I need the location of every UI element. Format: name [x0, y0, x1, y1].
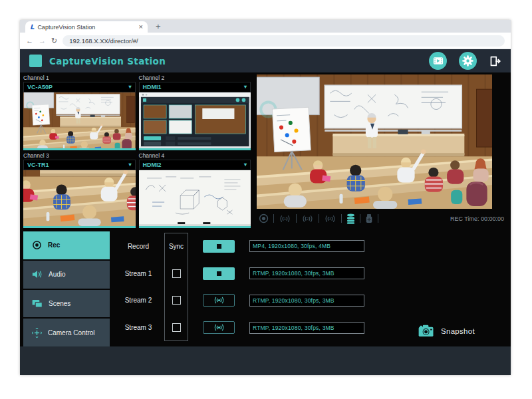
channel-3-source-select[interactable]: VC-TR1 ▾ — [23, 160, 136, 170]
record-row-label: Record — [112, 233, 164, 260]
record-icon — [32, 240, 42, 250]
stream-3-start-button[interactable] — [203, 321, 235, 334]
settings-button[interactable] — [459, 52, 477, 70]
browser-toolbar: ← → ↻ 192.168.X.XX/director/#/ — [20, 33, 511, 49]
sync-column-header: Sync — [164, 233, 188, 260]
new-tab-icon[interactable]: + — [156, 22, 161, 31]
chevron-down-icon: ▾ — [128, 84, 131, 90]
stream-3-settings-field[interactable] — [249, 322, 364, 334]
sidebar-item-rec[interactable]: Rec — [23, 231, 110, 259]
address-bar[interactable]: 192.168.X.XX/director/#/ — [63, 35, 505, 47]
chevron-down-icon: ▾ — [244, 162, 247, 168]
channel-4-active-bar — [139, 226, 251, 228]
channel-3-label: Channel 3 — [23, 152, 136, 160]
film-play-icon — [433, 57, 444, 65]
sidebar-item-label: Camera Control — [48, 329, 95, 336]
channel-1-source-select[interactable]: VC-A50P ▾ — [23, 82, 136, 92]
camera-control-pad-icon — [32, 328, 42, 338]
gear-icon — [462, 55, 473, 66]
channel-1-label: Channel 1 — [23, 74, 136, 82]
url-text: 192.168.X.XX/director/#/ — [69, 37, 138, 45]
sidebar-item-label: Rec — [48, 241, 60, 249]
stream-1-status-icon: 1 — [279, 214, 291, 223]
stream-2-row-label: Stream 2 — [112, 287, 164, 315]
stream-1-sync-checkbox[interactable] — [172, 269, 181, 278]
classroom-program-image — [257, 74, 492, 209]
record-settings-field[interactable] — [249, 240, 364, 252]
divider — [360, 214, 360, 223]
channel-3-source-value: VC-TR1 — [27, 162, 49, 168]
storage-icon — [346, 213, 355, 224]
browser-window: L CaptureVision Station × + ← → ↻ 192.16… — [20, 20, 511, 375]
divider — [378, 214, 378, 223]
program-monitor — [257, 74, 492, 209]
sidebar-item-camera-control[interactable]: Camera Control — [23, 319, 110, 346]
sidebar-item-label: Scenes — [49, 300, 70, 307]
chevron-down-icon: ▾ — [128, 162, 131, 168]
channel-1-source-value: VC-A50P — [27, 84, 53, 90]
app-header: CaptureVision Station — [20, 49, 511, 72]
chevron-down-icon: ▾ — [244, 84, 247, 90]
browser-tab-strip: L CaptureVision Station × + — [20, 20, 511, 33]
svg-text:1: 1 — [284, 216, 287, 221]
app-main: Channel 1 VC-A50P ▾ Channel 2 — [20, 72, 511, 346]
stream-2-status-icon: 2 — [301, 214, 314, 223]
stop-icon — [217, 271, 221, 276]
channel-2-active-bar — [139, 148, 251, 150]
camera-icon — [418, 325, 435, 337]
channel-4-label: Channel 4 — [139, 152, 251, 160]
divider — [273, 214, 274, 223]
stream-1-stop-button[interactable] — [203, 267, 235, 280]
stream-3-sync-checkbox[interactable] — [172, 323, 181, 332]
stream-2-sync-checkbox[interactable] — [172, 296, 181, 305]
scenes-icon — [32, 299, 43, 308]
channel-1-active-bar — [23, 148, 136, 150]
channel-grid: Channel 1 VC-A50P ▾ Channel 2 — [23, 74, 251, 228]
video-manager-button[interactable] — [429, 52, 447, 70]
close-tab-icon[interactable]: × — [139, 23, 143, 31]
broadcast-icon — [213, 296, 225, 305]
stop-icon — [217, 244, 221, 249]
record-stream-settings: Record Sync Stream 1 — [110, 231, 507, 346]
svg-text:3: 3 — [329, 216, 332, 221]
channel-1: Channel 1 VC-A50P ▾ — [23, 74, 136, 150]
usb-drive-icon — [365, 213, 373, 223]
stream-2-settings-field[interactable] — [249, 295, 364, 307]
channel-4-preview[interactable] — [139, 170, 251, 226]
channel-2-source-select[interactable]: HDMI1 ▾ — [139, 82, 251, 92]
channel-3: Channel 3 VC-TR1 ▾ — [23, 152, 136, 228]
exit-door-icon — [489, 55, 501, 67]
stream-1-settings-field[interactable] — [249, 267, 364, 279]
back-icon[interactable]: ← — [26, 37, 33, 45]
app-logo — [29, 55, 42, 67]
channel-4: Channel 4 HDMI2 ▾ — [139, 152, 251, 228]
stream-3-status-icon: 3 — [324, 214, 336, 223]
browser-tab[interactable]: L CaptureVision Station × — [25, 21, 148, 33]
reload-icon[interactable]: ↻ — [51, 37, 57, 45]
broadcast-icon — [213, 323, 225, 332]
channel-2-label: Channel 2 — [139, 74, 251, 82]
stream-2-start-button[interactable] — [203, 294, 235, 307]
channel-2-source-value: HDMI1 — [143, 84, 162, 90]
svg-text:2: 2 — [307, 216, 309, 221]
channel-1-preview[interactable] — [23, 92, 136, 148]
channel-2: Channel 2 HDMI1 ▾ — [139, 74, 251, 150]
sidebar: Rec Audio Scenes — [23, 231, 110, 346]
logout-button[interactable] — [489, 55, 501, 67]
capturevision-app: CaptureVision Station — [20, 49, 511, 375]
rec-time-text: REC Time: 00:00:00 — [450, 215, 505, 222]
channel-4-source-value: HDMI2 — [143, 162, 162, 168]
channel-4-source-select[interactable]: HDMI2 ▾ — [139, 160, 251, 170]
divider — [341, 214, 342, 223]
sidebar-item-scenes[interactable]: Scenes — [23, 290, 110, 318]
snapshot-button[interactable]: Snapshot — [418, 325, 475, 337]
channel-3-preview[interactable] — [23, 170, 136, 226]
channel-3-active-bar — [23, 226, 136, 228]
forward-icon[interactable]: → — [39, 37, 46, 45]
sidebar-item-label: Audio — [49, 271, 66, 278]
snapshot-label: Snapshot — [441, 327, 475, 335]
sidebar-item-audio[interactable]: Audio — [23, 261, 110, 289]
speaker-icon — [32, 270, 43, 279]
record-stop-button[interactable] — [203, 240, 235, 253]
channel-2-preview[interactable] — [139, 92, 251, 148]
